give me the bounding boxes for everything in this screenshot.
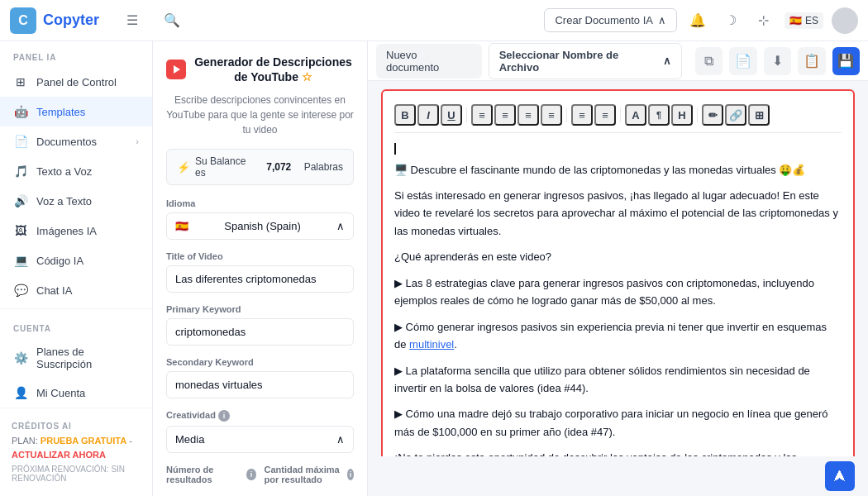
chevron-up-creatividad-icon: ∧	[336, 433, 345, 446]
tool-panel: Generador de Descripciones de YouTube ☆ …	[153, 41, 368, 496]
content-bullet2: ▶ Cómo generar ingresos pasivos sin expe…	[394, 318, 842, 354]
sidebar-item-codigo-ia[interactable]: 💻 Código IA	[0, 246, 152, 275]
unordered-list-button[interactable]: ≡	[594, 104, 616, 126]
title-label: Title of Video	[166, 251, 354, 261]
sidebar-item-templates[interactable]: 🤖 Templates	[0, 97, 152, 126]
editor-content[interactable]: 🖥️ Descubre el fascinante mundo de las c…	[394, 161, 842, 456]
sidebar-item-panel-control[interactable]: ⊞ Panel de Control	[0, 67, 152, 97]
file-selector[interactable]: Seleccionar Nombre de Archivo ∧	[489, 43, 682, 79]
sidebar-label-voz-texto: Voz a Texto	[36, 195, 139, 207]
link-button[interactable]: 🔗	[725, 104, 746, 126]
secondary-kw-input[interactable]: monedas virtuales	[166, 371, 354, 398]
italic-button[interactable]: I	[417, 104, 439, 126]
content-bullet3: ▶ La plataforma sencilla que utilizo par…	[394, 362, 842, 398]
plan-info: PLAN: PRUEBA GRATUITA - ACTUALIZAR AHORA	[12, 434, 141, 461]
sidebar-label-imagenes: Imágenes IA	[36, 225, 139, 237]
editor-area[interactable]: B I U ≡ ≡ ≡ ≡ ≡ ≡ A ¶ H	[368, 81, 868, 456]
content-para1: Si estás interesado en generar ingresos …	[394, 187, 842, 240]
balance-number: 7,072	[266, 161, 291, 173]
grid-icon[interactable]: ⊹	[751, 8, 776, 33]
content-bullet4: ▶ Cómo una madre dejó su trabajo corpora…	[394, 405, 842, 441]
secondary-kw-field: Secondary Keyword monedas virtuales	[166, 357, 354, 398]
sidebar-label-codigo: Código IA	[36, 255, 139, 267]
idioma-field: Idioma 🇪🇸 Spanish (Spain) ∧	[166, 198, 354, 240]
align-justify-button[interactable]: ≡	[541, 104, 562, 126]
idioma-label: Idioma	[166, 198, 354, 208]
creatividad-label: Creatividad i	[166, 410, 354, 422]
sidebar-item-texto-voz[interactable]: 🎵 Texto a Voz	[0, 156, 152, 186]
ordered-list-button[interactable]: ≡	[571, 104, 593, 126]
editor-box[interactable]: B I U ≡ ≡ ≡ ≡ ≡ ≡ A ¶ H	[381, 89, 855, 456]
balance-unit: Palabras	[304, 161, 343, 173]
pen-button[interactable]: ✏	[702, 104, 723, 126]
num-row: Número de resultados i Cantidad máxima p…	[166, 465, 354, 489]
content-cta: ¡No te pierdas esta oportunidad de descu…	[394, 449, 842, 456]
texto-voz-icon: 🎵	[13, 164, 28, 179]
sidebar-item-planes[interactable]: ⚙️ Planes de Suscripción	[0, 338, 152, 378]
bold-button[interactable]: B	[394, 104, 416, 126]
sidebar-label-mi-cuenta: Mi Cuenta	[36, 387, 139, 399]
idioma-value: Spanish (Spain)	[224, 220, 301, 232]
sidebar-item-voz-texto[interactable]: 🔊 Voz a Texto	[0, 186, 152, 216]
new-doc-tab[interactable]: Nuevo documento	[376, 44, 482, 79]
sidebar-item-chat-ia[interactable]: 💬 Chat IA	[0, 275, 152, 305]
creatividad-select[interactable]: Media ∧	[166, 426, 354, 453]
sidebar: PANEL IA ⊞ Panel de Control 🤖 Templates …	[0, 41, 153, 496]
logo: C Copyter	[10, 7, 99, 34]
tool-title: Generador de Descripciones de YouTube ☆	[193, 55, 354, 84]
user-avatar[interactable]	[832, 7, 858, 34]
tool-description: Escribe descripciones convincentes en Yo…	[166, 93, 354, 137]
share-icon-btn[interactable]: 📋	[798, 47, 825, 75]
align-center-button[interactable]: ≡	[494, 104, 516, 126]
crear-documento-button[interactable]: Crear Documento IA ∧	[544, 8, 677, 32]
info-creatividad-icon: i	[218, 410, 230, 422]
paragraph-button[interactable]: ¶	[648, 104, 670, 126]
sidebar-item-imagenes-ia[interactable]: 🖼 Imágenes IA	[0, 216, 152, 246]
creditos-label: CRÉDITOS AI	[12, 417, 141, 434]
underline-button[interactable]: U	[441, 104, 462, 126]
language-badge[interactable]: 🇪🇸 ES	[785, 12, 823, 29]
primary-kw-input[interactable]: criptomonedas	[166, 318, 354, 346]
editor-topbar: Nuevo documento Seleccionar Nombre de Ar…	[368, 41, 868, 81]
save-icon-btn[interactable]: 💾	[832, 47, 860, 75]
favorite-icon[interactable]: ☆	[302, 70, 312, 83]
balance-label: Su Balance es	[195, 155, 254, 179]
search-icon[interactable]: 🔍	[159, 7, 185, 34]
content-bullet1: ▶ Las 8 estrategias clave para generar i…	[394, 274, 842, 310]
title-input[interactable]: Las diferentes criptomonedas	[166, 265, 354, 293]
menu-icon[interactable]: ☰	[119, 7, 145, 34]
codigo-icon: 💻	[13, 253, 28, 268]
main-content: Generador de Descripciones de YouTube ☆ …	[153, 41, 868, 496]
header-right: Crear Documento IA ∧ 🔔 ☽ ⊹ 🇪🇸 ES	[544, 7, 858, 34]
editor-footer: ⮝	[368, 456, 868, 496]
download-icon-btn[interactable]: ⬇	[764, 47, 791, 75]
flag-icon: 🇪🇸	[789, 15, 802, 26]
youtube-icon	[166, 60, 186, 79]
align-right-button[interactable]: ≡	[517, 104, 539, 126]
copy-icon-btn[interactable]: ⧉	[695, 47, 723, 75]
panel-ia-label: PANEL IA	[0, 41, 152, 67]
title-field: Title of Video Las diferentes criptomone…	[166, 251, 354, 293]
font-color-button[interactable]: A	[625, 104, 646, 126]
multinivel-link[interactable]: multinivel	[409, 338, 454, 351]
sidebar-label-chat: Chat IA	[36, 284, 139, 297]
align-left-button[interactable]: ≡	[471, 104, 493, 126]
sidebar-item-mi-cuenta[interactable]: 👤 Mi Cuenta	[0, 378, 152, 408]
export-doc-icon-btn[interactable]: 📄	[729, 47, 756, 75]
chevron-up-file-icon: ∧	[663, 55, 671, 67]
notifications-icon[interactable]: 🔔	[685, 8, 710, 33]
table-button[interactable]: ⊞	[748, 104, 770, 126]
info-num-icon: i	[246, 469, 255, 480]
moon-icon[interactable]: ☽	[718, 8, 743, 33]
prueba-gratuita-link[interactable]: PRUEBA GRATUITA	[41, 436, 126, 446]
actualizar-link[interactable]: ACTUALIZAR AHORA	[12, 450, 106, 460]
sidebar-item-documentos[interactable]: 📄 Documentos ›	[0, 126, 152, 156]
info-cantidad-icon: i	[347, 469, 354, 480]
logo-icon: C	[10, 7, 36, 34]
scroll-top-button[interactable]: ⮝	[825, 461, 855, 491]
heading-button[interactable]: H	[671, 104, 693, 126]
idioma-select[interactable]: 🇪🇸 Spanish (Spain) ∧	[166, 212, 354, 240]
sidebar-label-templates: Templates	[36, 106, 139, 118]
tool-header: Generador de Descripciones de YouTube ☆	[166, 55, 354, 84]
templates-icon: 🤖	[13, 104, 28, 119]
